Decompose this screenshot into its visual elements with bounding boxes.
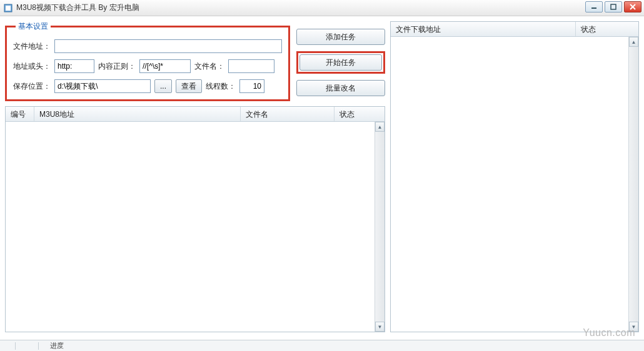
col-status[interactable]: 状态 [335, 107, 385, 121]
col-download-addr[interactable]: 文件下载地址 [391, 22, 576, 36]
head-input[interactable] [54, 59, 94, 73]
basic-settings-group: 基本设置 文件地址： 地址或头： 内容正则： 文件名： 保存位置： ... [5, 21, 290, 101]
add-task-button[interactable]: 添加任务 [296, 29, 385, 45]
titlebar: M3U8视频下载合并工具 By 宏升电脑 [0, 0, 644, 16]
start-task-highlight: 开始任务 [296, 51, 385, 74]
scroll-up-icon[interactable]: ▲ [629, 37, 638, 47]
col-download-status[interactable]: 状态 [576, 22, 638, 36]
col-filename[interactable]: 文件名 [241, 107, 335, 121]
download-list-header: 文件下载地址 状态 [391, 22, 638, 37]
download-scrollbar[interactable]: ▲ ▼ [628, 37, 638, 332]
row-savepath: 保存位置： ... 查看 线程数： [13, 79, 282, 93]
browse-button[interactable]: ... [154, 79, 172, 93]
window-title: M3U8视频下载合并工具 By 宏升电脑 [16, 2, 139, 13]
task-list-panel: 编号 M3U8地址 文件名 状态 ▲ ▼ [5, 106, 385, 332]
savepath-label: 保存位置： [13, 81, 51, 92]
rename-button[interactable]: 批量改名 [296, 80, 385, 96]
status-separator [15, 342, 16, 350]
app-icon [4, 4, 13, 12]
threads-label: 线程数： [206, 81, 236, 92]
view-button[interactable]: 查看 [176, 79, 202, 93]
task-list-body[interactable]: ▲ ▼ [6, 122, 385, 332]
filename-label: 文件名： [194, 61, 224, 72]
download-list-panel: 文件下载地址 状态 ▲ ▼ [390, 21, 639, 332]
row-head-regex-name: 地址或头： 内容正则： 文件名： [13, 59, 282, 73]
threads-input[interactable] [239, 79, 264, 93]
maximize-button[interactable] [605, 1, 622, 12]
filename-input[interactable] [228, 59, 274, 73]
top-area: 基本设置 文件地址： 地址或头： 内容正则： 文件名： 保存位置： ... [5, 21, 385, 101]
minimize-button[interactable] [585, 1, 603, 12]
col-url[interactable]: M3U8地址 [34, 107, 241, 121]
download-list-body[interactable]: ▲ ▼ [391, 37, 638, 332]
file-url-label: 文件地址： [13, 41, 51, 52]
close-button[interactable] [624, 1, 641, 12]
regex-input[interactable] [139, 59, 191, 73]
content-area: 基本设置 文件地址： 地址或头： 内容正则： 文件名： 保存位置： ... [0, 16, 644, 335]
basic-settings-legend: 基本设置 [16, 21, 51, 32]
task-scrollbar[interactable]: ▲ ▼ [375, 122, 385, 332]
action-column: 添加任务 开始任务 批量改名 [296, 21, 385, 96]
scroll-down-icon[interactable]: ▼ [375, 322, 385, 332]
scroll-up-icon[interactable]: ▲ [375, 122, 385, 132]
task-list-header: 编号 M3U8地址 文件名 状态 [6, 107, 385, 122]
status-separator [38, 342, 39, 350]
start-task-button[interactable]: 开始任务 [299, 54, 382, 71]
svg-rect-1 [6, 6, 11, 11]
savepath-input[interactable] [54, 79, 151, 93]
svg-rect-3 [611, 4, 616, 9]
row-file-url: 文件地址： [13, 39, 282, 53]
left-pane: 基本设置 文件地址： 地址或头： 内容正则： 文件名： 保存位置： ... [5, 21, 385, 332]
regex-label: 内容正则： [98, 61, 136, 72]
window-controls [585, 1, 641, 12]
file-url-input[interactable] [54, 39, 282, 53]
status-progress-label: 进度 [50, 341, 64, 350]
col-no[interactable]: 编号 [6, 107, 34, 121]
scroll-down-icon[interactable]: ▼ [629, 322, 638, 332]
status-bar: 进度 [0, 340, 644, 351]
head-label: 地址或头： [13, 61, 51, 72]
